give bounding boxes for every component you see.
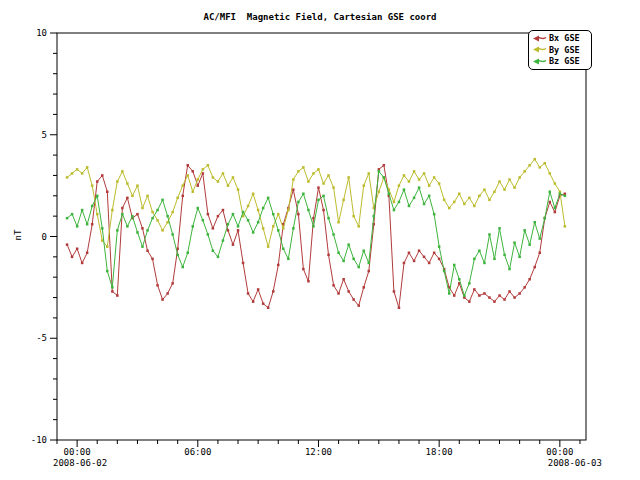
- data-point-marker: [161, 199, 164, 202]
- data-point-marker: [418, 250, 421, 253]
- y-axis-label: nT: [13, 230, 23, 241]
- data-point-marker: [539, 252, 542, 255]
- data-point-marker: [272, 213, 275, 216]
- data-point-marker: [282, 227, 285, 230]
- data-point-marker: [488, 233, 491, 236]
- data-point-marker: [352, 258, 355, 261]
- data-point-marker: [458, 193, 461, 196]
- data-point-marker: [317, 199, 320, 202]
- y-tick-label: 0: [42, 232, 47, 242]
- data-point-marker: [96, 213, 99, 216]
- data-point-marker: [232, 243, 235, 246]
- data-point-marker: [523, 170, 526, 173]
- data-point-marker: [513, 241, 516, 244]
- data-point-marker: [428, 184, 431, 187]
- data-point-marker: [212, 227, 215, 230]
- data-point-marker: [468, 197, 471, 200]
- data-point-marker: [171, 211, 174, 214]
- data-point-marker: [111, 290, 114, 293]
- data-point-marker: [81, 172, 84, 175]
- data-point-marker: [483, 292, 486, 295]
- data-point-marker: [493, 191, 496, 194]
- data-point-marker: [473, 288, 476, 291]
- data-point-marker: [368, 270, 371, 273]
- data-point-marker: [267, 307, 270, 310]
- data-point-marker: [433, 252, 436, 255]
- data-point-marker: [418, 178, 421, 181]
- bz-arrow-marker-icon: [532, 57, 547, 66]
- data-point-marker: [378, 170, 381, 173]
- data-point-marker: [106, 191, 109, 194]
- data-point-marker: [534, 158, 537, 161]
- chart-image: AC/MFI Magnetic Field, Cartesian GSE coo…: [0, 0, 640, 480]
- data-point-marker: [458, 278, 461, 281]
- data-point-marker: [513, 296, 516, 299]
- data-point-marker: [554, 207, 557, 210]
- data-point-marker: [307, 209, 310, 212]
- data-point-marker: [101, 174, 104, 177]
- data-point-marker: [202, 168, 205, 171]
- x-tick-label: 12:00: [305, 447, 332, 457]
- data-point-marker: [272, 290, 275, 293]
- data-point-marker: [187, 252, 190, 255]
- data-point-marker: [408, 205, 411, 208]
- legend: Bx GSE By GSE Bz GSE: [528, 30, 592, 70]
- y-tick-label: 5: [42, 130, 47, 140]
- x-tick-label: 18:00: [426, 447, 453, 457]
- data-point-marker: [297, 170, 300, 173]
- data-point-marker: [202, 172, 205, 175]
- data-point-marker: [192, 225, 195, 228]
- data-point-marker: [423, 172, 426, 175]
- data-point-marker: [66, 217, 69, 220]
- data-point-marker: [528, 164, 531, 167]
- data-point-marker: [131, 195, 134, 198]
- data-point-marker: [287, 258, 290, 261]
- data-point-marker: [217, 215, 220, 218]
- data-point-marker: [388, 193, 391, 196]
- data-point-marker: [327, 174, 330, 177]
- data-point-marker: [126, 225, 129, 228]
- data-point-marker: [111, 286, 114, 289]
- data-point-marker: [292, 178, 295, 181]
- data-point-marker: [141, 245, 144, 248]
- data-point-marker: [408, 180, 411, 183]
- data-point-marker: [161, 298, 164, 301]
- data-point-marker: [297, 201, 300, 204]
- data-point-marker: [76, 248, 79, 251]
- data-point-marker: [312, 217, 315, 220]
- data-point-marker: [478, 250, 481, 253]
- x-tick-label: 00:00: [64, 447, 91, 457]
- data-point-marker: [247, 205, 250, 208]
- data-point-marker: [408, 252, 411, 255]
- data-point-marker: [342, 278, 345, 281]
- data-point-marker: [352, 215, 355, 218]
- data-point-marker: [146, 229, 149, 232]
- data-point-marker: [398, 201, 401, 204]
- data-point-marker: [473, 258, 476, 261]
- data-point-marker: [71, 256, 74, 259]
- data-point-marker: [383, 164, 386, 167]
- data-point-marker: [478, 195, 481, 198]
- data-point-marker: [76, 225, 79, 228]
- data-point-marker: [302, 166, 305, 169]
- data-point-marker: [322, 195, 325, 198]
- data-point-marker: [358, 266, 361, 269]
- series-bz-gse: [66, 170, 566, 297]
- data-point-marker: [121, 170, 124, 173]
- y-tick-label: 10: [36, 28, 47, 38]
- data-point-marker: [237, 225, 240, 228]
- data-point-marker: [277, 264, 280, 267]
- y-tick-label: -10: [31, 435, 47, 445]
- data-point-marker: [171, 282, 174, 285]
- data-point-marker: [257, 288, 260, 291]
- data-point-marker: [252, 193, 255, 196]
- legend-item-by: By GSE: [532, 44, 588, 55]
- data-point-marker: [262, 207, 265, 210]
- data-point-marker: [176, 254, 179, 257]
- data-point-marker: [488, 296, 491, 299]
- data-point-marker: [363, 286, 366, 289]
- data-point-marker: [86, 252, 89, 255]
- data-point-marker: [136, 184, 139, 187]
- data-point-marker: [358, 225, 361, 228]
- data-point-marker: [187, 164, 190, 167]
